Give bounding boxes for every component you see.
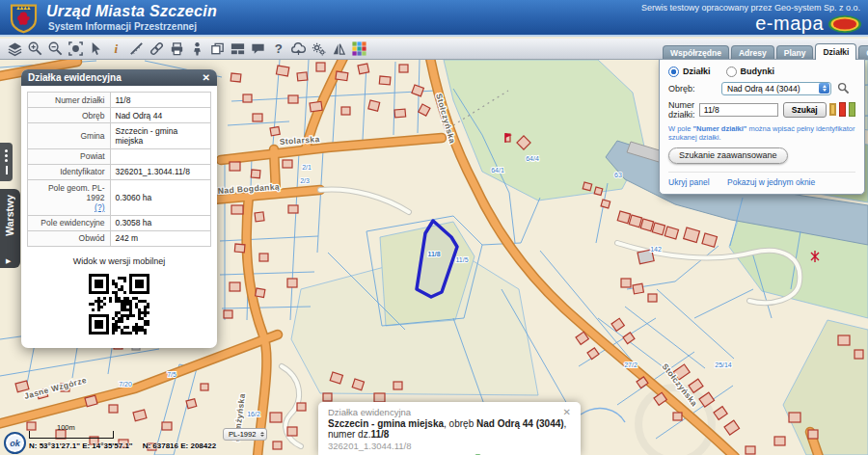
close-icon[interactable]: ✕ [203, 72, 210, 83]
style-swatch-red[interactable] [839, 102, 846, 117]
crs-value: PL-1992 [229, 430, 256, 439]
copy-view-icon[interactable] [208, 40, 227, 58]
zoom-out-icon[interactable] [46, 40, 65, 58]
street-view-icon[interactable] [188, 40, 206, 58]
comments-icon[interactable] [249, 40, 267, 58]
search-hint: W pole "Numer działki" można wpisać pełn… [668, 124, 855, 142]
tab-dzialki[interactable]: Działki [815, 43, 856, 60]
layers-panel-tab[interactable]: Warstwy ▶ [0, 189, 20, 268]
svg-text:142: 142 [650, 246, 662, 253]
svg-text:25/14: 25/14 [715, 361, 732, 368]
svg-text:Jasne Wzgórze: Jasne Wzgórze [23, 375, 88, 401]
ok-button[interactable]: ok [4, 432, 26, 454]
expand-triangle-icon: ▶ [6, 257, 11, 265]
feature-identifier: 326201_1.3044.11/8 [328, 441, 571, 451]
feature-description: Szczecin - gmina miejska, obręb Nad Odrą… [328, 418, 571, 440]
obreb-label: Obręb: [668, 84, 721, 94]
print-icon[interactable] [168, 40, 186, 58]
radio-dzialki-label: Działki [683, 67, 711, 76]
table-row: Obwód242 m [28, 230, 211, 246]
style-swatch-yellow[interactable] [829, 103, 836, 116]
app-subtitle: System Informacji Przestrzennej [48, 21, 197, 32]
service-note: Serwis testowy opracowany przez Geo-syst… [641, 3, 860, 13]
svg-text:7/20: 7/20 [119, 381, 132, 388]
coordinate-readout: N: 53°31'27.1" E: 14°35'57.1"N: 637816 E… [29, 442, 226, 450]
svg-text:11/5: 11/5 [455, 256, 468, 263]
table-row: Pole geom. PL-1992(?)0.3060 ha [28, 180, 211, 216]
search-tabs: Współrzędne Adresy Plany Działki Obiekty… [659, 43, 865, 60]
crs-select[interactable]: PL-1992 [223, 428, 267, 441]
tab-adresy[interactable]: Adresy [731, 45, 774, 60]
panel-drag-handle[interactable] [0, 143, 13, 181]
help-icon[interactable]: ? [269, 40, 287, 58]
zoom-in-icon[interactable] [26, 40, 44, 58]
svg-text:?: ? [275, 41, 283, 56]
thematic-grid-icon[interactable] [350, 40, 368, 58]
radio-budynki-label: Budynki [741, 67, 775, 76]
e-mapa-application: 11/8 11/5 64/4 64/1 63 25/14 27/2 2/1 2/… [0, 0, 868, 455]
xy-coordinates: N: 637816 E: 208422 [143, 442, 217, 450]
split-panels-icon[interactable] [229, 40, 247, 58]
style-swatch-green[interactable] [849, 102, 855, 117]
geo-coordinates: N: 53°31'27.1" E: 14°35'57.1" [29, 442, 133, 450]
svg-text:16/2: 16/2 [247, 411, 260, 417]
emapa-brand[interactable]: e-mapa [755, 13, 824, 35]
svg-text:i: i [115, 41, 119, 56]
advanced-search-button[interactable]: Szukanie zaawansowane [668, 147, 788, 164]
svg-text:7/5: 7/5 [167, 371, 176, 378]
measure-icon[interactable] [127, 40, 146, 58]
cloud-services-icon[interactable] [289, 40, 308, 58]
link-icon[interactable] [148, 40, 166, 58]
stepper-icon[interactable] [819, 83, 829, 94]
mobile-view-caption: Widok w wersji mobilnej [21, 256, 217, 266]
geo-system-logo-icon [827, 14, 862, 34]
tab-wspolrzedne[interactable]: Współrzędne [663, 45, 729, 60]
table-row: Identyfikator326201_1.3044.11/8 [28, 164, 211, 179]
svg-text:64/1: 64/1 [491, 167, 504, 174]
app-header: Urząd Miasta Szczecin System Informacji … [0, 0, 868, 37]
radio-dzialki[interactable] [668, 67, 679, 77]
search-magnifier-icon[interactable] [837, 82, 850, 94]
hide-panel-link[interactable]: Ukryj panel [668, 177, 710, 187]
svg-text:27/2: 27/2 [624, 361, 637, 368]
table-row: Numer działki11/8 [28, 93, 211, 108]
close-icon[interactable]: ✕ [563, 407, 571, 417]
identify-info-icon[interactable]: i [107, 40, 125, 58]
layers-tab-label: Warstwy [4, 195, 15, 236]
swipe-compare-icon[interactable] [330, 40, 348, 58]
obreb-select[interactable]: Nad Odrą 44 (3044) [721, 82, 831, 95]
parcel-number-input[interactable] [699, 103, 778, 117]
table-row: Powiat [28, 148, 211, 164]
parcel-info-panel: Działka ewidencyjna ✕ Numer działki11/8 … [21, 69, 217, 348]
svg-text:11/8: 11/8 [427, 251, 440, 257]
parcel-attributes-table: Numer działki11/8 ObrębNad Odrą 44 Gmina… [27, 92, 211, 247]
tab-obiekty[interactable]: Obiekty [858, 45, 868, 60]
svg-text:63: 63 [614, 172, 622, 178]
geometry-help-link[interactable]: (?) [95, 202, 104, 212]
scale-bar: 100m [29, 431, 114, 439]
layers-icon[interactable] [6, 40, 24, 58]
parcel-panel-title: Działka ewidencyjna [28, 72, 122, 83]
feature-info-popup: Działka ewidencyjna ✕ Szczecin - gmina m… [318, 402, 581, 455]
tab-plany[interactable]: Plany [776, 45, 814, 60]
numer-dzialki-label: Numer działki: [668, 100, 699, 120]
scale-label: 100m [57, 423, 75, 432]
radio-budynki[interactable] [726, 67, 737, 77]
full-extent-icon[interactable] [67, 40, 85, 58]
svg-text:2/1: 2/1 [302, 164, 312, 171]
szczecin-coat-of-arms [9, 2, 39, 35]
svg-text:2/3: 2/3 [300, 177, 310, 184]
popup-title: Działka ewidencyjna [328, 407, 411, 417]
qr-code [89, 274, 149, 335]
search-panel: Współrzędne Adresy Plany Działki Obiekty… [659, 43, 865, 195]
table-row: GminaSzczecin - gmina miejska [28, 123, 211, 148]
table-row: Pole ewidencyjne0.3058 ha [28, 215, 211, 230]
select-cursor-icon[interactable] [87, 40, 105, 58]
szukaj-button[interactable]: Szukaj [783, 102, 827, 118]
svg-text:64/4: 64/4 [526, 155, 539, 162]
single-window-link[interactable]: Pokazuj w jednym oknie [727, 177, 815, 187]
app-title: Urząd Miasta Szczecin [46, 3, 217, 20]
table-row: ObrębNad Odrą 44 [28, 108, 211, 123]
settings-icon[interactable] [310, 40, 328, 58]
stepper-icon [260, 432, 264, 437]
